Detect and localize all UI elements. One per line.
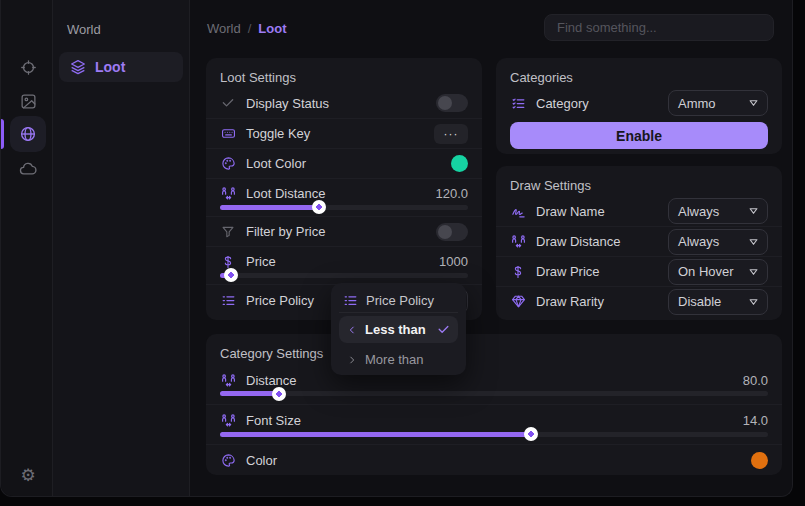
row-category: Category Ammo [496, 88, 782, 118]
breadcrumb-parent[interactable]: World [207, 21, 241, 36]
option-less-than[interactable]: Less than [339, 316, 458, 343]
image-icon [20, 93, 37, 110]
app-window: ⚙ World Loot World/Loot Loot Settings Di… [0, 0, 793, 497]
row-loot-color: Loot Color [206, 148, 482, 178]
row-display-status: Display Status [206, 88, 482, 118]
icon-rail: ⚙ [1, 0, 53, 496]
dollar-icon [510, 264, 526, 280]
row-label: Draw Name [536, 204, 668, 219]
funnel-icon [220, 224, 236, 240]
row-label: Price [246, 254, 439, 269]
display-status-toggle[interactable] [436, 94, 468, 112]
slider-thumb[interactable] [224, 268, 238, 282]
row-font-size: Font Size 14.0 [206, 404, 782, 444]
row-price: Price 1000 [206, 246, 482, 284]
loot-distance-slider[interactable] [220, 205, 468, 210]
row-label: Loot Color [246, 156, 451, 171]
dollar-icon [220, 254, 236, 270]
row-label: Loot Distance [246, 186, 435, 201]
row-draw-distance: Draw Distance Always [496, 226, 782, 256]
distance-slider[interactable] [220, 391, 768, 396]
breadcrumb: World/Loot [207, 21, 287, 36]
breadcrumb-separator: / [248, 21, 252, 36]
filter-by-price-toggle[interactable] [436, 223, 468, 241]
draw-price-select[interactable]: On Hover [668, 259, 768, 285]
draw-distance-select[interactable]: Always [668, 229, 768, 255]
sidebar: World Loot [53, 0, 190, 496]
rail-item-aim[interactable] [10, 49, 46, 85]
font-size-slider[interactable] [220, 432, 768, 437]
category-select[interactable]: Ammo [668, 90, 768, 116]
row-draw-price: Draw Price On Hover [496, 256, 782, 286]
distance-icon [220, 372, 236, 388]
rail-item-visuals[interactable] [10, 83, 46, 119]
row-label: Display Status [246, 96, 436, 111]
select-value: Always [678, 204, 719, 219]
panel-categories: Categories Category Ammo Enable [496, 58, 782, 154]
layers-icon [70, 59, 86, 75]
row-color: Color [206, 444, 782, 475]
toggle-knob [438, 225, 452, 239]
draw-rarity-select[interactable]: Disable [668, 289, 768, 315]
gem-icon [510, 294, 526, 310]
panel-title: Draw Settings [496, 166, 782, 196]
option-label: Less than [365, 322, 426, 337]
select-value: Ammo [678, 96, 716, 111]
chevron-down-icon [749, 298, 758, 306]
distance-icon [220, 186, 236, 202]
sidebar-item-loot[interactable]: Loot [59, 52, 183, 82]
slider-thumb[interactable] [312, 200, 326, 214]
sidebar-item-label: Loot [95, 59, 125, 75]
row-draw-rarity: Draw Rarity Disable [496, 286, 782, 316]
loot-distance-value: 120.0 [435, 186, 468, 201]
palette-icon [220, 156, 236, 172]
row-label: Color [246, 453, 751, 468]
enable-button[interactable]: Enable [510, 122, 768, 149]
panel-category-settings: Category Settings Distance 80.0 Font Siz… [206, 334, 782, 475]
row-loot-distance: Loot Distance 120.0 [206, 178, 482, 216]
globe-icon [19, 125, 37, 143]
select-value: Disable [678, 294, 721, 309]
search-input[interactable] [544, 14, 774, 41]
dropdown-header: Price Policy [339, 289, 458, 313]
row-filter-by-price: Filter by Price [206, 216, 482, 246]
checklist-icon [220, 293, 236, 309]
slider-thumb[interactable] [272, 387, 286, 401]
rail-item-settings[interactable]: ⚙ [10, 457, 46, 493]
category-color-swatch[interactable] [751, 452, 768, 469]
checklist-icon [343, 293, 358, 308]
toggle-key-button[interactable]: ··· [434, 124, 468, 144]
row-toggle-key: Toggle Key ··· [206, 118, 482, 148]
loot-color-swatch[interactable] [451, 155, 468, 172]
option-more-than[interactable]: More than [339, 346, 458, 373]
distance-value: 80.0 [743, 373, 768, 388]
rail-item-world[interactable] [10, 116, 46, 152]
row-label: Draw Distance [536, 234, 668, 249]
check-icon [220, 95, 236, 111]
dropdown-title: Price Policy [366, 293, 434, 308]
select-value: On Hover [678, 264, 734, 279]
panel-title: Categories [496, 58, 782, 88]
slider-thumb[interactable] [524, 427, 538, 441]
chevron-right-icon [347, 355, 357, 365]
row-label: Distance [246, 373, 743, 388]
rail-item-cloud[interactable] [10, 151, 46, 187]
active-tab-indicator [1, 119, 4, 149]
panel-title: Loot Settings [206, 58, 482, 88]
slider-fill [220, 391, 279, 396]
panel-loot-settings: Loot Settings Display Status Toggle Key … [206, 58, 482, 320]
draw-name-select[interactable]: Always [668, 198, 768, 224]
price-slider[interactable] [220, 273, 468, 278]
crosshair-icon [20, 59, 37, 76]
row-label: Toggle Key [246, 126, 434, 141]
row-label: Font Size [246, 413, 743, 428]
row-label: Draw Rarity [536, 294, 668, 309]
select-value: Always [678, 234, 719, 249]
gear-icon: ⚙ [20, 467, 35, 484]
row-label: Category [536, 96, 668, 111]
chevron-down-icon [749, 207, 758, 215]
row-draw-name: Draw Name Always [496, 196, 782, 226]
chevron-down-icon [749, 238, 758, 246]
panel-draw-settings: Draw Settings Draw Name Always Draw Dist… [496, 166, 782, 320]
breadcrumb-current[interactable]: Loot [258, 21, 286, 36]
